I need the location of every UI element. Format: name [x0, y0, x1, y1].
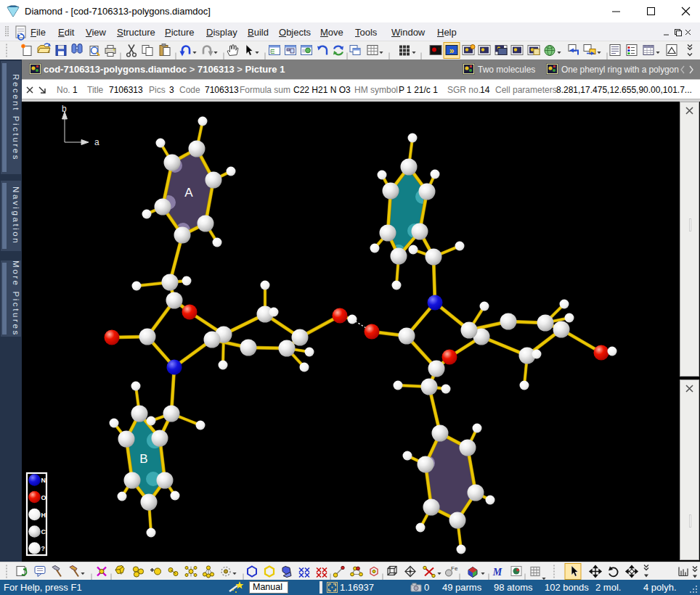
- svg-text:N: N: [41, 477, 46, 484]
- svg-text:Fe: Fe: [451, 565, 458, 572]
- svg-text:a: a: [94, 137, 99, 147]
- svg-text:B: B: [139, 452, 147, 466]
- svg-text:»: »: [449, 46, 455, 56]
- svg-text:?: ?: [41, 545, 46, 552]
- svg-text:C: C: [41, 528, 46, 536]
- svg-text:O: O: [41, 494, 46, 501]
- svg-text:M: M: [492, 567, 502, 578]
- svg-text:b: b: [62, 104, 67, 114]
- svg-text:A: A: [184, 186, 193, 200]
- svg-text:H: H: [41, 512, 46, 519]
